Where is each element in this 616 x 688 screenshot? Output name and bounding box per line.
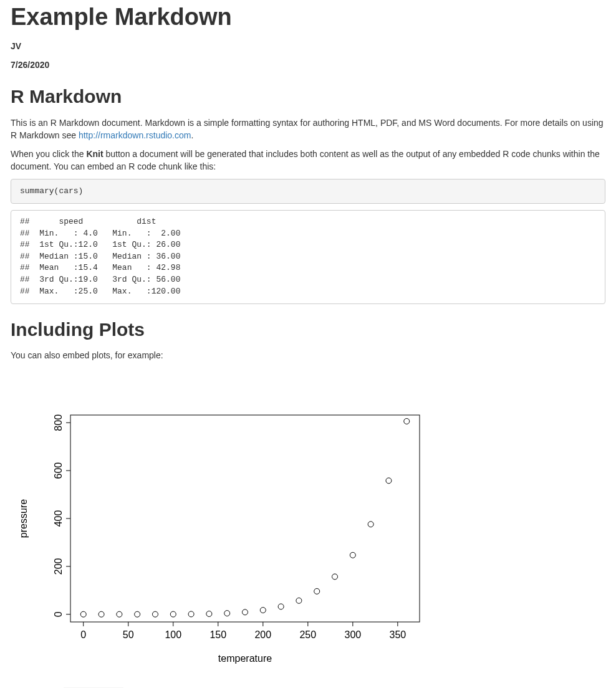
svg-text:800: 800 [53,414,64,431]
svg-text:0: 0 [80,629,86,640]
svg-text:350: 350 [390,629,407,640]
svg-point-33 [152,612,158,618]
svg-text:temperature: temperature [218,653,272,664]
knit-strong: Knit [86,149,103,159]
svg-point-30 [99,612,104,618]
author: JV [11,40,605,52]
svg-point-38 [243,609,248,615]
pressure-plot: 0501001502002503003500200400600800temper… [11,374,430,673]
svg-point-36 [206,611,212,617]
svg-point-39 [260,608,266,613]
intro-paragraph-1: This is an R Markdown document. Markdown… [11,117,605,141]
svg-point-29 [80,612,86,618]
section-heading-r-markdown: R Markdown [11,84,605,110]
svg-point-37 [224,611,230,616]
plots-intro: You can also embed plots, for example: [11,349,605,361]
svg-point-47 [404,419,410,424]
svg-point-43 [332,574,338,580]
rmarkdown-link[interactable]: http://rmarkdown.rstudio.com [79,130,191,140]
svg-point-45 [368,522,373,527]
svg-text:100: 100 [165,629,181,640]
svg-text:pressure: pressure [18,499,29,538]
svg-text:200: 200 [254,629,271,640]
svg-text:600: 600 [53,462,64,479]
svg-text:0: 0 [53,612,64,618]
intro-text-2a: When you click the [11,149,86,159]
page-title: Example Markdown [11,0,605,34]
svg-point-34 [170,612,176,618]
svg-point-42 [314,589,320,595]
svg-point-31 [117,612,122,618]
svg-point-46 [386,478,392,484]
intro-text-1b: . [191,130,193,140]
svg-point-32 [135,612,140,618]
svg-point-41 [296,598,302,604]
intro-paragraph-2: When you click the Knit button a documen… [11,148,605,173]
code-block-input: summary(cars) [11,179,605,204]
date: 7/26/2020 [11,59,605,71]
svg-rect-0 [70,415,420,622]
svg-point-35 [188,611,194,617]
svg-point-40 [278,604,284,609]
section-heading-including-plots: Including Plots [11,317,605,343]
svg-text:50: 50 [123,629,134,640]
svg-text:250: 250 [299,629,316,640]
svg-text:200: 200 [53,558,64,575]
svg-point-44 [350,553,355,558]
plot-note: Note that the echo = FALSE parameter was… [11,686,605,688]
code-block-output: ## speed dist ## Min. : 4.0 Min. : 2.00 … [11,210,605,304]
svg-text:400: 400 [53,510,64,527]
svg-text:300: 300 [344,629,361,640]
svg-text:150: 150 [209,629,226,640]
